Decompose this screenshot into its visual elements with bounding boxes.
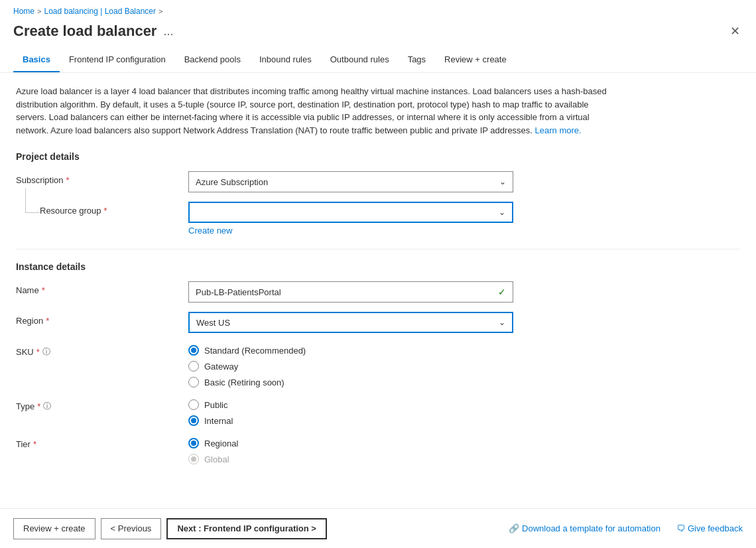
type-row: Type * ⓘ Public Intern [16,397,740,426]
sku-basic-radio [188,377,199,387]
name-check-icon: ✓ [498,287,506,297]
type-internal-radio [188,415,199,426]
download-icon: 🔗 [509,523,519,533]
sku-gateway-option[interactable]: Gateway [188,361,520,372]
subscription-dropdown-arrow: ⌄ [499,177,506,186]
description-text: Azure load balancer is a layer 4 load ba… [16,85,613,137]
type-control: Public Internal [188,397,520,426]
close-button[interactable]: ✕ [727,23,743,40]
create-new-link[interactable]: Create new [188,226,232,236]
tab-tags[interactable]: Tags [399,48,435,72]
tier-required: * [33,439,36,449]
name-input[interactable]: Pub-LB-PatientsPortal ✓ [188,281,513,303]
region-required: * [46,316,49,326]
sku-basic-label: Basic (Retiring soon) [204,377,284,387]
tier-regional-option[interactable]: Regional [188,438,520,448]
name-control: Pub-LB-PatientsPortal ✓ [188,281,520,303]
sku-basic-option[interactable]: Basic (Retiring soon) [188,377,520,387]
subscription-row: Subscription * Azure Subscription ⌄ [16,171,740,192]
review-create-button[interactable]: Review + create [13,518,95,539]
resource-group-control: ⌄ Create new [188,202,520,236]
type-radio-group: Public Internal [188,397,520,426]
tab-basics[interactable]: Basics [13,48,60,72]
next-button[interactable]: Next : Frontend IP configuration > [166,518,327,539]
subscription-dropdown[interactable]: Azure Subscription ⌄ [188,171,513,192]
sku-row: SKU * ⓘ Standard (Recommended) [16,342,740,387]
tab-backend-pools[interactable]: Backend pools [175,48,250,72]
sku-standard-radio-inner [191,348,196,353]
tab-bar: Basics Frontend IP configuration Backend… [0,48,756,73]
previous-button[interactable]: < Previous [101,518,162,539]
learn-more-link[interactable]: Learn more. [535,125,582,135]
breadcrumb-sep1: > [37,7,41,15]
sku-label: SKU * ⓘ [16,342,188,358]
type-internal-radio-inner [191,418,196,423]
indent-connector [16,202,40,206]
resource-group-dropdown[interactable]: ⌄ [188,202,513,223]
name-required: * [42,285,45,295]
sku-gateway-label: Gateway [204,362,238,372]
project-details-header: Project details [16,151,740,162]
tier-regional-radio [188,438,199,448]
type-public-radio [188,399,199,410]
region-row: Region * West US ⌄ [16,312,740,333]
tab-inbound-rules[interactable]: Inbound rules [250,48,321,72]
name-value: Pub-LB-PatientsPortal [196,287,281,297]
name-label: Name * [16,281,188,295]
name-row: Name * Pub-LB-PatientsPortal ✓ [16,281,740,303]
tab-review-create[interactable]: Review + create [435,48,516,72]
tier-radio-group: Regional Global [188,435,520,464]
resource-group-row: Resource group * ⌄ Create new [16,202,740,236]
type-public-option[interactable]: Public [188,399,520,410]
breadcrumb-sep2: > [158,7,162,15]
tier-control: Regional Global [188,435,520,464]
sku-info-icon[interactable]: ⓘ [42,346,50,358]
tier-global-radio [188,454,199,464]
breadcrumb-loadbalancing[interactable]: Load balancing | Load Balancer [44,7,156,16]
feedback-icon: 🗨 [676,523,685,533]
tier-global-option[interactable]: Global [188,454,520,464]
resource-group-required: * [104,206,107,216]
tab-frontend-ip[interactable]: Frontend IP configuration [60,48,175,72]
sku-standard-option[interactable]: Standard (Recommended) [188,345,520,356]
type-internal-label: Internal [204,416,233,426]
sku-standard-radio [188,345,199,356]
subscription-label: Subscription * [16,171,188,185]
region-dropdown[interactable]: West US ⌄ [188,312,513,333]
sku-control: Standard (Recommended) Gateway Basic (Re… [188,342,520,387]
project-details-section: Project details Subscription * Azure Sub… [16,151,740,236]
subscription-control: Azure Subscription ⌄ [188,171,520,192]
region-value: West US [196,318,230,328]
instance-details-header: Instance details [16,261,740,272]
footer: Review + create < Previous Next : Fronte… [0,508,756,548]
type-info-icon[interactable]: ⓘ [43,401,51,412]
main-content: Azure load balancer is a layer 4 load ba… [0,73,756,548]
breadcrumb-home[interactable]: Home [13,7,34,16]
sku-standard-label: Standard (Recommended) [204,346,306,356]
region-label: Region * [16,312,188,326]
subscription-required: * [66,175,70,185]
download-template-link[interactable]: 🔗 Download a template for automation [509,523,661,533]
tier-row: Tier * Regional [16,435,740,464]
breadcrumb: Home > Load balancing | Load Balancer > [0,0,756,20]
section-divider-1 [16,249,740,249]
tier-regional-label: Regional [204,439,238,448]
subscription-value: Azure Subscription [196,177,268,187]
type-label: Type * ⓘ [16,397,188,412]
tier-global-label: Global [204,454,229,464]
tier-regional-radio-inner [191,441,196,446]
region-control: West US ⌄ [188,312,520,333]
region-dropdown-arrow: ⌄ [499,318,505,327]
type-public-label: Public [204,400,227,410]
type-required: * [37,401,40,411]
type-internal-option[interactable]: Internal [188,415,520,426]
instance-details-section: Instance details Name * Pub-LB-PatientsP… [16,261,740,464]
page-title: Create load balancer [13,23,157,40]
give-feedback-link[interactable]: 🗨 Give feedback [676,523,743,533]
tab-outbound-rules[interactable]: Outbound rules [321,48,399,72]
tier-global-radio-inner [191,456,196,462]
resource-group-dropdown-arrow: ⌄ [499,208,505,217]
ellipsis-menu[interactable]: ... [163,25,173,38]
tier-label: Tier * [16,435,188,449]
sku-required: * [36,347,40,357]
